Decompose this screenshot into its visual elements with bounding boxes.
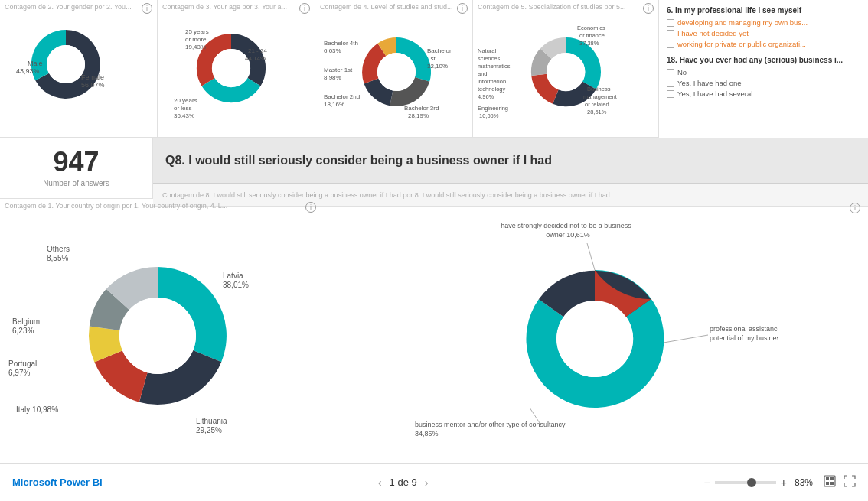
svg-text:Bachelor 3rd: Bachelor 3rd: [404, 105, 439, 112]
q18-checkbox-3[interactable]: [667, 90, 674, 98]
svg-rect-69: [830, 482, 834, 485]
svg-text:38,01%: 38,01%: [223, 281, 249, 289]
svg-text:1st: 1st: [427, 55, 436, 62]
svg-text:Business: Business: [587, 86, 611, 93]
svg-text:Bachelor: Bachelor: [427, 47, 452, 54]
zoom-in-button[interactable]: +: [781, 477, 787, 489]
svg-text:Belgium: Belgium: [12, 317, 40, 326]
q6-checkbox-3[interactable]: [667, 41, 674, 48]
q18-item-1: No: [667, 68, 860, 76]
page-indicator: 1 de 9: [390, 477, 417, 488]
svg-text:professional assistance in che: professional assistance in checking soun…: [710, 325, 778, 333]
age-chart-title: Contagem de 3. Your age por 3. Your a...: [162, 3, 310, 11]
svg-text:Latvia: Latvia: [223, 272, 243, 280]
svg-text:Natural: Natural: [478, 47, 497, 54]
svg-text:8,55%: 8,55%: [47, 254, 68, 262]
gender-info-icon[interactable]: i: [142, 3, 152, 14]
svg-point-0: [47, 45, 85, 83]
q6-title: 6. In my professional life I see myself: [667, 6, 860, 15]
country-info-icon[interactable]: i: [305, 202, 316, 213]
prev-page-button[interactable]: ‹: [378, 477, 382, 489]
q8-text: Q8. I would still seriously consider bei…: [165, 154, 552, 168]
studies-donut-svg: Bachelor 4th 6,03% Master 1st 8,98% Bach…: [320, 11, 465, 125]
specialization-chart-title: Contagem de 5. Specialization of studies…: [478, 3, 654, 11]
svg-text:sciences,: sciences,: [478, 55, 501, 62]
q18-label-1: No: [677, 68, 687, 76]
q6-item-2: I have not decided yet: [667, 29, 860, 37]
q6-label-1: developing and managing my own bus...: [677, 18, 808, 27]
gender-donut-svg: Male 43,93% Female 56,07%: [5, 11, 127, 110]
svg-text:Economics: Economics: [577, 24, 605, 31]
q18-checkbox-1[interactable]: [667, 69, 674, 76]
country-chart-title: Contagem de 1. Your country of origin po…: [5, 202, 316, 210]
fullscreen-button[interactable]: [844, 475, 856, 490]
svg-text:6,23%: 6,23%: [12, 327, 34, 335]
zoom-out-button[interactable]: −: [704, 477, 710, 489]
svg-text:owner 10,61%: owner 10,61%: [546, 231, 590, 239]
pagination: ‹ 1 de 9 ›: [378, 477, 429, 489]
age-donut-svg: 25 years or more 19,43% 21 - 24 44,14% 2…: [162, 11, 285, 118]
studies-chart-title: Contagem de 4. Level of studies and stud…: [320, 3, 468, 11]
svg-rect-67: [830, 477, 834, 480]
svg-text:mathematics: mathematics: [478, 63, 511, 70]
power-bi-link[interactable]: Microsoft Power BI: [12, 477, 103, 488]
q18-checkbox-2[interactable]: [667, 80, 674, 87]
svg-text:Bachelor 4th: Bachelor 4th: [324, 40, 358, 47]
q6-label-2: I have not decided yet: [677, 29, 749, 37]
country-chart-area: Contagem de 1. Your country of origin po…: [0, 199, 321, 459]
svg-text:29,25%: 29,25%: [196, 426, 222, 434]
specialization-donut-svg: Economics or finance 37,38% Business man…: [478, 11, 654, 125]
studies-info-icon[interactable]: i: [457, 3, 468, 14]
fullscreen-icon: [844, 475, 856, 487]
svg-text:or finance: or finance: [579, 32, 605, 39]
svg-line-61: [664, 335, 708, 343]
q18-item-2: Yes, I have had one: [667, 79, 860, 87]
gender-chart-cell: Contagem de 2. Your gender por 2. You...…: [0, 0, 158, 137]
svg-text:Male: Male: [28, 60, 43, 67]
specialization-info-icon[interactable]: i: [643, 3, 654, 14]
svg-text:information: information: [478, 78, 506, 85]
svg-text:44,14%: 44,14%: [245, 55, 266, 62]
svg-rect-68: [826, 482, 829, 485]
gender-chart-title: Contagem de 2. Your gender por 2. You...: [5, 3, 152, 11]
svg-point-14: [377, 53, 416, 91]
age-info-icon[interactable]: i: [299, 3, 310, 14]
svg-text:32,10%: 32,10%: [427, 63, 448, 70]
svg-text:6,03%: 6,03%: [324, 47, 341, 54]
q6-checkbox-1[interactable]: [667, 19, 674, 27]
svg-text:6,97%: 6,97%: [8, 369, 30, 377]
svg-text:I have strongly decided not to: I have strongly decided not to be a busi…: [497, 222, 631, 229]
age-chart-cell: Contagem de 3. Your age por 3. Your a...…: [158, 0, 315, 137]
fit-page-button[interactable]: [824, 475, 836, 490]
q18-title: 18. Have you ever had any (serious) busi…: [667, 56, 860, 64]
svg-text:technology: technology: [478, 86, 506, 93]
q8-banner: Q8. I would still seriously consider bei…: [153, 138, 868, 184]
svg-text:34,85%: 34,85%: [415, 430, 439, 438]
svg-text:10,56%: 10,56%: [479, 112, 499, 119]
svg-text:Engineering: Engineering: [478, 105, 508, 112]
svg-text:18,16%: 18,16%: [324, 101, 344, 108]
q6-item-3: working for private or public organizati…: [667, 40, 860, 48]
svg-text:and: and: [478, 70, 488, 77]
q6-checkbox-2[interactable]: [667, 30, 674, 37]
svg-text:56,07%: 56,07%: [81, 81, 105, 89]
svg-text:Female: Female: [81, 73, 104, 81]
stats-label: Number of answers: [43, 179, 109, 187]
svg-text:business mentor and/or other t: business mentor and/or other type of con…: [415, 421, 566, 428]
zoom-level: 83%: [795, 477, 813, 488]
svg-text:19,43%: 19,43%: [185, 44, 206, 50]
svg-text:28,19%: 28,19%: [408, 112, 429, 119]
studies-chart-cell: Contagem de 4. Level of studies and stud…: [315, 0, 473, 137]
next-page-button[interactable]: ›: [425, 477, 429, 489]
svg-text:Lithuania: Lithuania: [196, 417, 227, 425]
q18-label-2: Yes, I have had one: [677, 79, 742, 87]
stats-number: 947: [53, 148, 99, 176]
svg-text:25 years: 25 years: [185, 28, 209, 35]
q18-label-3: Yes, I have had several: [677, 89, 752, 98]
bottom-bar: Microsoft Power BI ‹ 1 de 9 › − + 83%: [0, 463, 868, 501]
svg-text:8,98%: 8,98%: [324, 74, 341, 81]
svg-line-58: [587, 243, 595, 270]
right-panel: 6. In my professional life I see myself …: [658, 0, 868, 138]
svg-point-26: [547, 53, 585, 91]
zoom-slider[interactable]: [715, 481, 776, 484]
